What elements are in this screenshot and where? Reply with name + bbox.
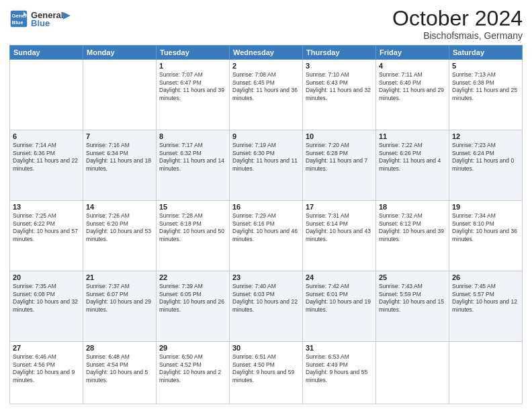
calendar-cell: 5Sunrise: 7:13 AM Sunset: 6:38 PM Daylig…: [449, 60, 523, 130]
calendar-cell: 8Sunrise: 7:17 AM Sunset: 6:32 PM Daylig…: [157, 130, 230, 201]
calendar-header-wednesday: Wednesday: [230, 46, 303, 60]
cell-content: Sunrise: 7:13 AM Sunset: 6:38 PM Dayligh…: [452, 71, 519, 102]
cell-content: Sunrise: 7:16 AM Sunset: 6:34 PM Dayligh…: [86, 142, 153, 173]
calendar-cell: [376, 342, 449, 404]
cell-content: Sunrise: 7:28 AM Sunset: 6:18 PM Dayligh…: [159, 212, 226, 243]
svg-text:Blue: Blue: [12, 19, 24, 26]
day-number: 23: [232, 273, 300, 281]
day-number: 15: [159, 203, 226, 211]
calendar-cell: 2Sunrise: 7:08 AM Sunset: 6:45 PM Daylig…: [230, 60, 303, 130]
calendar-cell: 14Sunrise: 7:26 AM Sunset: 6:20 PM Dayli…: [83, 201, 157, 271]
calendar-header-row: SundayMondayTuesdayWednesdayThursdayFrid…: [10, 46, 523, 60]
cell-content: Sunrise: 7:40 AM Sunset: 6:03 PM Dayligh…: [232, 283, 300, 314]
calendar-cell: 26Sunrise: 7:45 AM Sunset: 5:57 PM Dayli…: [449, 271, 523, 342]
calendar-cell: [449, 342, 523, 404]
location: Bischofsmais, Germany: [392, 30, 523, 41]
calendar-cell: 13Sunrise: 7:25 AM Sunset: 6:22 PM Dayli…: [10, 201, 83, 271]
day-number: 27: [13, 344, 80, 352]
calendar-week-3: 20Sunrise: 7:35 AM Sunset: 6:08 PM Dayli…: [10, 271, 523, 342]
day-number: 13: [13, 203, 80, 211]
calendar-cell: 3Sunrise: 7:10 AM Sunset: 6:43 PM Daylig…: [303, 60, 376, 130]
cell-content: Sunrise: 7:19 AM Sunset: 6:30 PM Dayligh…: [232, 142, 300, 173]
cell-content: Sunrise: 6:51 AM Sunset: 4:50 PM Dayligh…: [232, 353, 300, 384]
calendar-cell: 28Sunrise: 6:48 AM Sunset: 4:54 PM Dayli…: [83, 342, 157, 404]
day-number: 14: [86, 203, 153, 211]
cell-content: Sunrise: 7:42 AM Sunset: 6:01 PM Dayligh…: [306, 283, 373, 314]
calendar-cell: [10, 60, 83, 130]
calendar-cell: 17Sunrise: 7:31 AM Sunset: 6:14 PM Dayli…: [303, 201, 376, 271]
month-title: October 2024: [392, 7, 523, 30]
calendar-cell: 16Sunrise: 7:29 AM Sunset: 6:16 PM Dayli…: [230, 201, 303, 271]
day-number: 21: [86, 273, 153, 281]
calendar-cell: 11Sunrise: 7:22 AM Sunset: 6:26 PM Dayli…: [376, 130, 449, 201]
calendar-cell: 22Sunrise: 7:39 AM Sunset: 6:05 PM Dayli…: [157, 271, 230, 342]
calendar-cell: [83, 60, 157, 130]
cell-content: Sunrise: 7:26 AM Sunset: 6:20 PM Dayligh…: [86, 212, 153, 243]
calendar-cell: 23Sunrise: 7:40 AM Sunset: 6:03 PM Dayli…: [230, 271, 303, 342]
day-number: 6: [13, 132, 80, 140]
day-number: 11: [379, 132, 446, 140]
calendar-week-2: 13Sunrise: 7:25 AM Sunset: 6:22 PM Dayli…: [10, 201, 523, 271]
calendar-cell: 27Sunrise: 6:46 AM Sunset: 4:56 PM Dayli…: [10, 342, 83, 404]
calendar-header-sunday: Sunday: [10, 46, 83, 60]
calendar-cell: 6Sunrise: 7:14 AM Sunset: 6:36 PM Daylig…: [10, 130, 83, 201]
calendar-week-1: 6Sunrise: 7:14 AM Sunset: 6:36 PM Daylig…: [10, 130, 523, 201]
cell-content: Sunrise: 7:43 AM Sunset: 5:59 PM Dayligh…: [379, 283, 446, 314]
day-number: 3: [306, 62, 373, 70]
logo-text: General▶ Blue: [31, 10, 70, 28]
calendar-header-saturday: Saturday: [449, 46, 523, 60]
calendar-week-0: 1Sunrise: 7:07 AM Sunset: 6:47 PM Daylig…: [10, 60, 523, 130]
cell-content: Sunrise: 7:11 AM Sunset: 6:40 PM Dayligh…: [379, 71, 446, 102]
cell-content: Sunrise: 7:34 AM Sunset: 6:10 PM Dayligh…: [452, 212, 519, 243]
cell-content: Sunrise: 6:46 AM Sunset: 4:56 PM Dayligh…: [13, 353, 80, 384]
calendar-cell: 25Sunrise: 7:43 AM Sunset: 5:59 PM Dayli…: [376, 271, 449, 342]
cell-content: Sunrise: 7:08 AM Sunset: 6:45 PM Dayligh…: [232, 71, 300, 102]
cell-content: Sunrise: 7:39 AM Sunset: 6:05 PM Dayligh…: [159, 283, 226, 314]
cell-content: Sunrise: 7:23 AM Sunset: 6:24 PM Dayligh…: [452, 142, 519, 173]
calendar-cell: 9Sunrise: 7:19 AM Sunset: 6:30 PM Daylig…: [230, 130, 303, 201]
calendar-cell: 21Sunrise: 7:37 AM Sunset: 6:07 PM Dayli…: [83, 271, 157, 342]
day-number: 20: [13, 273, 80, 281]
day-number: 19: [452, 203, 519, 211]
cell-content: Sunrise: 7:22 AM Sunset: 6:26 PM Dayligh…: [379, 142, 446, 173]
day-number: 2: [232, 62, 300, 70]
cell-content: Sunrise: 7:25 AM Sunset: 6:22 PM Dayligh…: [13, 212, 80, 243]
calendar-cell: 29Sunrise: 6:50 AM Sunset: 4:52 PM Dayli…: [157, 342, 230, 404]
day-number: 5: [452, 62, 519, 70]
day-number: 18: [379, 203, 446, 211]
calendar: SundayMondayTuesdayWednesdayThursdayFrid…: [9, 45, 523, 404]
page: General Blue General▶ Blue October 2024 …: [0, 0, 532, 411]
cell-content: Sunrise: 7:32 AM Sunset: 6:12 PM Dayligh…: [379, 212, 446, 243]
cell-content: Sunrise: 6:53 AM Sunset: 4:49 PM Dayligh…: [306, 353, 373, 384]
day-number: 29: [159, 344, 226, 352]
cell-content: Sunrise: 7:17 AM Sunset: 6:32 PM Dayligh…: [159, 142, 226, 173]
svg-text:General: General: [12, 13, 29, 19]
calendar-cell: 24Sunrise: 7:42 AM Sunset: 6:01 PM Dayli…: [303, 271, 376, 342]
calendar-cell: 12Sunrise: 7:23 AM Sunset: 6:24 PM Dayli…: [449, 130, 523, 201]
day-number: 10: [306, 132, 373, 140]
calendar-cell: 7Sunrise: 7:16 AM Sunset: 6:34 PM Daylig…: [83, 130, 157, 201]
calendar-cell: 30Sunrise: 6:51 AM Sunset: 4:50 PM Dayli…: [230, 342, 303, 404]
cell-content: Sunrise: 7:10 AM Sunset: 6:43 PM Dayligh…: [306, 71, 373, 102]
day-number: 22: [159, 273, 226, 281]
day-number: 16: [232, 203, 300, 211]
day-number: 1: [159, 62, 226, 70]
calendar-header-monday: Monday: [83, 46, 157, 60]
calendar-cell: 20Sunrise: 7:35 AM Sunset: 6:08 PM Dayli…: [10, 271, 83, 342]
cell-content: Sunrise: 6:50 AM Sunset: 4:52 PM Dayligh…: [159, 353, 226, 384]
day-number: 12: [452, 132, 519, 140]
day-number: 30: [232, 344, 300, 352]
calendar-week-4: 27Sunrise: 6:46 AM Sunset: 4:56 PM Dayli…: [10, 342, 523, 404]
day-number: 4: [379, 62, 446, 70]
header: General Blue General▶ Blue October 2024 …: [9, 7, 523, 41]
logo: General Blue General▶ Blue: [9, 9, 70, 28]
cell-content: Sunrise: 7:07 AM Sunset: 6:47 PM Dayligh…: [159, 71, 226, 102]
day-number: 25: [379, 273, 446, 281]
cell-content: Sunrise: 7:20 AM Sunset: 6:28 PM Dayligh…: [306, 142, 373, 173]
calendar-cell: 15Sunrise: 7:28 AM Sunset: 6:18 PM Dayli…: [157, 201, 230, 271]
calendar-cell: 19Sunrise: 7:34 AM Sunset: 6:10 PM Dayli…: [449, 201, 523, 271]
day-number: 31: [306, 344, 373, 352]
calendar-header-thursday: Thursday: [303, 46, 376, 60]
calendar-cell: 4Sunrise: 7:11 AM Sunset: 6:40 PM Daylig…: [376, 60, 449, 130]
cell-content: Sunrise: 7:29 AM Sunset: 6:16 PM Dayligh…: [232, 212, 300, 243]
